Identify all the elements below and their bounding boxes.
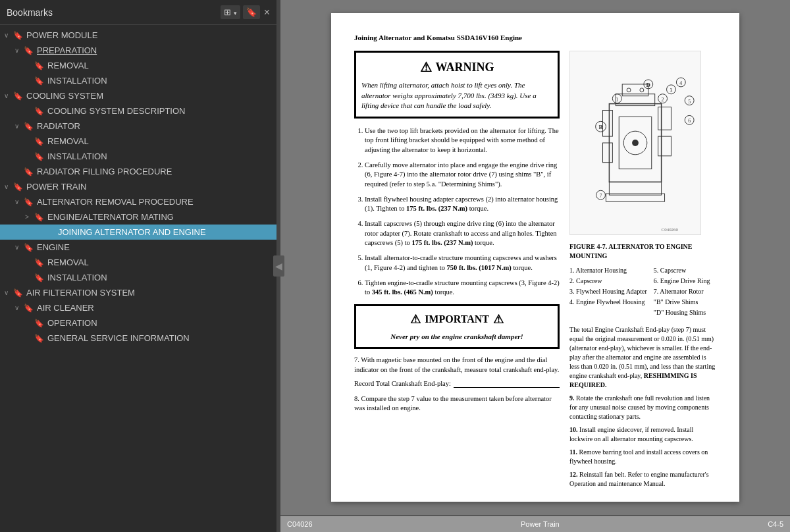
tree-item-air-filtration[interactable]: ∨ 🔖 AIR FILTERATION SYSTEM bbox=[0, 285, 276, 300]
step-12: 12. Reinstall fan belt. Refer to engine … bbox=[569, 470, 716, 489]
step-5: Install alternator-to-cradle structure m… bbox=[365, 253, 560, 273]
step-2: Carefully move alternator into place and… bbox=[365, 161, 560, 190]
warning-label: WARNING bbox=[436, 59, 494, 76]
warning-triangle-icon: ⚠ bbox=[420, 58, 432, 76]
tree-item-removal2[interactable]: 🔖 REMOVAL bbox=[0, 134, 276, 149]
svg-rect-2 bbox=[603, 143, 613, 163]
tree-item-operation[interactable]: 🔖 OPERATION bbox=[0, 315, 276, 331]
tree-item-cooling-system[interactable]: ∨ 🔖 COOLING SYSTEM bbox=[0, 88, 276, 103]
svg-point-13 bbox=[632, 140, 639, 146]
document-page: Joining Alternator and Komatsu SSDA16V16… bbox=[331, 13, 739, 502]
bookmark-icon-preparation: 🔖 bbox=[24, 46, 34, 55]
tree-label-removal: REMOVAL bbox=[47, 61, 89, 70]
important-triangle-icon: ⚠ bbox=[410, 311, 421, 328]
expand-arrow-eng-alt: > bbox=[25, 213, 34, 221]
panel-splitter[interactable]: ◀ bbox=[276, 0, 280, 532]
bookmarks-header-left: Bookmarks bbox=[7, 7, 53, 18]
svg-text:3: 3 bbox=[670, 88, 673, 93]
bookmark-icon-alt-removal: 🔖 bbox=[24, 198, 34, 207]
tree-item-power-module[interactable]: ∨ 🔖 POWER MODULE bbox=[0, 28, 276, 43]
svg-text:C040260: C040260 bbox=[662, 227, 679, 232]
tree-item-engine[interactable]: ∨ 🔖 ENGINE bbox=[0, 240, 276, 255]
warning-box: ⚠ WARNING When lifting alternator, attac… bbox=[354, 51, 560, 118]
important-box: ⚠ IMPORTANT ⚠ Never pry on the engine cr… bbox=[354, 304, 560, 350]
view-options-button[interactable]: ⊞ ▾ bbox=[221, 5, 240, 19]
bookmark-icon-removal2: 🔖 bbox=[34, 137, 45, 146]
record-underline bbox=[454, 380, 560, 388]
figure-list-col2: 5. Capscrew 6. Engine Drive Ring 7. Alte… bbox=[654, 266, 710, 319]
tree-item-alt-removal[interactable]: ∨ 🔖 ALTERNATOR REMOVAL PROCEDURE bbox=[0, 194, 276, 209]
bookmark-icon-engine: 🔖 bbox=[24, 243, 34, 252]
expand-arrow-air-cleaner: ∨ bbox=[14, 304, 24, 311]
tree-label-cooling-system: COOLING SYSTEM bbox=[26, 91, 103, 101]
grid-icon: ⊞ bbox=[224, 7, 231, 17]
step-11: 11. Remove barring tool and install acce… bbox=[569, 448, 716, 466]
tree-item-eng-alt-mating[interactable]: > 🔖 ENGINE/ALTERNATOR MATING bbox=[0, 209, 276, 225]
figure-item-b: "B" Drive Shims bbox=[654, 298, 710, 307]
steps-list: Use the two top lift brackets provided o… bbox=[354, 126, 560, 298]
tree-item-air-cleaner[interactable]: ∨ 🔖 AIR CLEANER bbox=[0, 300, 276, 315]
bookmarks-header: Bookmarks ⊞ ▾ 🔖 × bbox=[0, 0, 276, 25]
expand-arrow-radiator: ∨ bbox=[14, 122, 24, 130]
bookmarks-tree: ∨ 🔖 POWER MODULE ∨ 🔖 PREPARATION 🔖 REMOV… bbox=[0, 25, 276, 532]
svg-rect-4 bbox=[658, 136, 672, 156]
figure-item-7: 7. Alternator Rotor bbox=[654, 287, 710, 296]
bookmark-icon-radiator: 🔖 bbox=[24, 122, 34, 131]
bookmark-icon-installation2: 🔖 bbox=[34, 152, 45, 161]
tree-item-cooling-desc[interactable]: 🔖 COOLING SYSTEM DESCRIPTION bbox=[0, 103, 276, 119]
figure-item-4: 4. Engine Flywheel Housing bbox=[569, 298, 647, 307]
document-panel: Joining Alternator and Komatsu SSDA16V16… bbox=[280, 0, 790, 532]
bookmark-icon-removal3: 🔖 bbox=[34, 258, 45, 267]
bookmark-icon-button[interactable]: 🔖 bbox=[243, 5, 260, 19]
tree-item-radiator[interactable]: ∨ 🔖 RADIATOR bbox=[0, 119, 276, 134]
tree-item-joining-alt[interactable]: JOINING ALTERNATOR AND ENGINE bbox=[0, 225, 276, 240]
tree-item-power-train[interactable]: ∨ 🔖 POWER TRAIN bbox=[0, 179, 276, 194]
svg-text:B: B bbox=[599, 124, 603, 131]
tree-item-radiator-filling[interactable]: 🔖 RADIATOR FILLING PROCEDURE bbox=[0, 164, 276, 179]
tree-label-removal3: REMOVAL bbox=[47, 257, 89, 267]
figure-item-1: 1. Alternator Housing bbox=[569, 266, 647, 275]
chevron-down-icon: ▾ bbox=[234, 10, 237, 16]
tree-label-installation: INSTALLATION bbox=[47, 76, 107, 86]
tree-label-installation2: INSTALLATION bbox=[47, 151, 107, 161]
tree-label-cooling-desc: COOLING SYSTEM DESCRIPTION bbox=[47, 106, 185, 116]
warning-header: ⚠ WARNING bbox=[361, 58, 552, 76]
tree-label-installation3: INSTALLATION bbox=[47, 273, 107, 282]
tree-item-removal3[interactable]: 🔖 REMOVAL bbox=[0, 255, 276, 270]
step-1: Use the two top lift brackets provided o… bbox=[365, 126, 560, 155]
bookmark-icon-eng-alt: 🔖 bbox=[34, 213, 45, 222]
tree-label-radiator: RADIATOR bbox=[37, 121, 80, 131]
tree-item-installation3[interactable]: 🔖 INSTALLATION bbox=[0, 270, 276, 285]
collapse-panel-button[interactable]: ◀ bbox=[273, 255, 284, 277]
important-text: Never pry on the engine crankshaft dampe… bbox=[361, 332, 552, 342]
tree-label-joining: JOINING ALTERNATOR AND ENGINE bbox=[58, 227, 206, 237]
tree-label-radiator-filling: RADIATOR FILLING PROCEDURE bbox=[37, 167, 172, 176]
tree-label-preparation: PREPARATION bbox=[37, 45, 97, 55]
tree-item-gen-service[interactable]: 🔖 GENERAL SERVICE INFORMATION bbox=[0, 331, 276, 346]
tree-label-operation: OPERATION bbox=[47, 318, 97, 328]
expand-arrow-alt-removal: ∨ bbox=[14, 198, 24, 205]
expand-arrow-preparation: ∨ bbox=[14, 47, 24, 54]
left-content-col: ⚠ WARNING When lifting alternator, attac… bbox=[354, 51, 560, 492]
tree-item-removal[interactable]: 🔖 REMOVAL bbox=[0, 58, 276, 73]
bookmarks-title: Bookmarks bbox=[7, 7, 53, 18]
header-icons: ⊞ ▾ 🔖 bbox=[221, 5, 260, 19]
step-7-text: 7. With magnetic base mounted on the fro… bbox=[354, 356, 560, 375]
record-label: Record Total Crankshaft End-play: bbox=[354, 379, 451, 389]
important-header: ⚠ IMPORTANT ⚠ bbox=[361, 311, 552, 328]
tree-item-installation2[interactable]: 🔖 INSTALLATION bbox=[0, 149, 276, 164]
expand-arrow-power-train: ∨ bbox=[4, 183, 13, 190]
expand-arrow-air-filt: ∨ bbox=[4, 289, 13, 296]
tree-item-installation[interactable]: 🔖 INSTALLATION bbox=[0, 73, 276, 88]
document-content[interactable]: Joining Alternator and Komatsu SSDA16V16… bbox=[280, 0, 790, 515]
bookmark-icon-operation: 🔖 bbox=[34, 319, 45, 328]
record-line: Record Total Crankshaft End-play: bbox=[354, 379, 560, 389]
footer-left: C04026 bbox=[287, 520, 313, 528]
footer-center: Power Train bbox=[521, 520, 560, 528]
bookmark-icon-installation3: 🔖 bbox=[34, 273, 45, 282]
tree-label-engine: ENGINE bbox=[37, 242, 70, 252]
figure-item-2: 2. Capscrew bbox=[569, 277, 647, 286]
close-button[interactable]: × bbox=[264, 7, 270, 18]
tree-item-preparation[interactable]: ∨ 🔖 PREPARATION bbox=[0, 43, 276, 58]
svg-text:5: 5 bbox=[688, 99, 691, 105]
